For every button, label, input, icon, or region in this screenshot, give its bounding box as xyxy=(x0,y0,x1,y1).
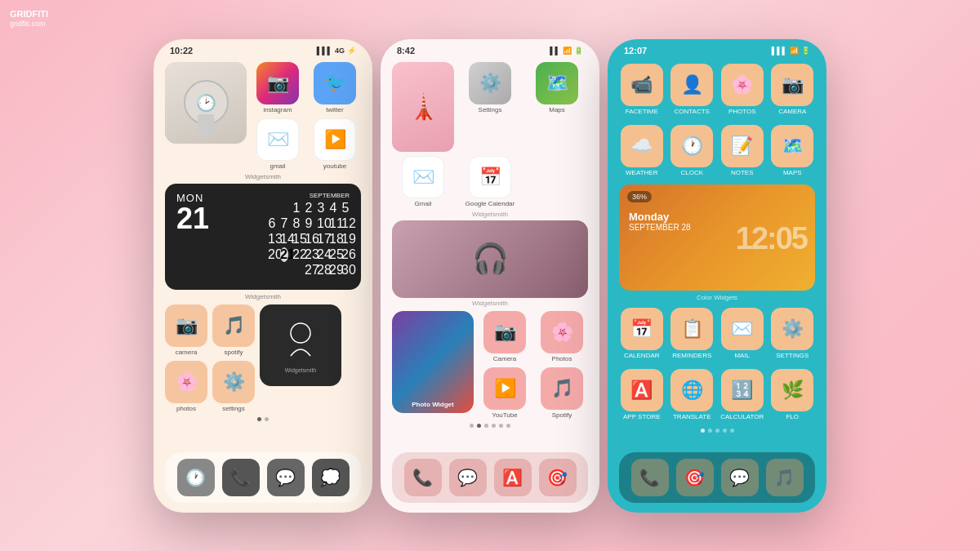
appstore-icon: 🅰️ xyxy=(621,369,663,411)
app-reminders[interactable]: 📋 REMINDERS xyxy=(670,308,715,359)
status-bar-2: 8:42 ▌▌ 📶 🔋 xyxy=(381,39,599,59)
app-gcal-2[interactable]: 📅 Google Calendar xyxy=(459,156,521,207)
app-translate[interactable]: 🌐 TRANSLATE xyxy=(670,369,715,420)
brand-site: gridfiti.com xyxy=(10,20,48,29)
maps-icon-3: 🗺️ xyxy=(771,125,813,167)
app-flo[interactable]: 🌿 FLO xyxy=(770,369,816,420)
bottom-grid-left: 📷 camera 🎵 spotify 🌸 photos ⚙️ settings xyxy=(165,304,255,412)
widget-time: 12:05 xyxy=(736,218,807,257)
dock-spotify-3[interactable]: 🎵 xyxy=(766,459,804,496)
dock-messages-1[interactable]: 💭 xyxy=(312,459,350,496)
app-camera-2[interactable]: 📷 Camera xyxy=(479,311,531,362)
mail-icon-3: ✉️ xyxy=(721,308,764,350)
app-youtube-2[interactable]: ▶️ YouTube xyxy=(479,367,531,419)
app-spotify-2[interactable]: 🎵 Spotify xyxy=(536,367,588,419)
cal-date: 21 xyxy=(176,204,209,233)
eiffel-widget: 🗼 xyxy=(392,62,454,152)
photos-icon-2: 🌸 xyxy=(541,311,583,353)
app-calculator[interactable]: 🔢 CALCULATOR xyxy=(719,369,765,420)
settings-icon-3: ⚙️ xyxy=(771,308,813,350)
widgetsmith-label-top: Widgetsmith xyxy=(154,173,372,180)
status-bar-3: 12:07 ▌▌▌ 📶 🔋 xyxy=(608,39,826,59)
spotify-icon-1: 🎵 xyxy=(212,304,255,347)
widgetsmith-label-2b: Widgetsmith xyxy=(381,300,599,307)
app-mail-3[interactable]: ✉️ MAIL xyxy=(719,308,765,359)
app-photos-3[interactable]: 🌸 PHOTOS xyxy=(719,64,765,115)
widget-badge: 36% xyxy=(627,191,652,202)
dock-clock-1[interactable]: 🕐 xyxy=(177,459,215,496)
app-camera-3[interactable]: 📷 CAMERA xyxy=(770,64,816,115)
settings-icon-1: ⚙️ xyxy=(212,361,255,403)
app-calendar-3[interactable]: 📅 CALENDAR xyxy=(619,308,665,359)
gcal-icon-2: 📅 xyxy=(469,156,511,198)
top-grid-2: ⚙️ Settings 🗺️ Maps 🗼 xyxy=(381,59,599,155)
app-facetime[interactable]: 📹 FACETIME xyxy=(619,64,665,115)
app-clock[interactable]: 🕐 CLOCK xyxy=(670,125,715,176)
twitter-icon: 🐦 xyxy=(314,62,356,104)
status-bar-1: 10:22 ▌▌▌ 4G ⚡ xyxy=(154,39,372,59)
gmail-label: gmail xyxy=(270,162,285,170)
sketch-svg xyxy=(276,317,325,366)
dock-messages-2[interactable]: 💬 xyxy=(449,459,487,496)
app-gmail-2[interactable]: ✉️ Gmail xyxy=(392,156,454,207)
app-settings-3[interactable]: ⚙️ SETTINGS xyxy=(770,308,816,359)
watermark: GRIDFITI gridfiti.com xyxy=(10,8,48,29)
app-appstore[interactable]: 🅰️ APP STORE xyxy=(619,369,665,420)
app-settings-1[interactable]: ⚙️ settings xyxy=(212,361,255,412)
brand-name: GRIDFITI xyxy=(10,8,48,20)
app-notes[interactable]: 📝 NOTES xyxy=(719,125,765,176)
sketch-label: Widgetsmith xyxy=(285,367,317,373)
dock-phone-3[interactable]: 📞 xyxy=(631,459,669,496)
mid-grid-2: ✉️ Gmail 📅 Google Calendar xyxy=(381,155,599,211)
app-instagram[interactable]: 📷 instagram xyxy=(252,62,304,113)
reminders-icon: 📋 xyxy=(670,308,713,350)
bottom-section-2: Photo Widget 📷 Camera 🌸 Photos ▶️ YouTub… xyxy=(381,309,599,420)
phones-container: 10:22 ▌▌▌ 4G ⚡ 🕑 📷 xyxy=(0,0,980,551)
app-maps-2[interactable]: 🗺️ Maps xyxy=(526,62,588,113)
phone-2: 8:42 ▌▌ 📶 🔋 ⚙️ Settings 🗺️ Maps 🗼 xyxy=(381,39,599,513)
app-maps-3[interactable]: 🗺️ MAPS xyxy=(770,125,816,176)
photo-widget-large-2: Photo Widget xyxy=(392,311,474,413)
cal-month: SEPTEMBER xyxy=(217,192,350,199)
app-twitter[interactable]: 🐦 twitter xyxy=(309,62,361,113)
app-spotify-1[interactable]: 🎵 spotify xyxy=(212,304,255,356)
app-contacts[interactable]: 👤 CONTACTS xyxy=(670,64,715,115)
anime-widget: 🎧 xyxy=(392,220,588,298)
weather-icon: ☁️ xyxy=(621,125,663,167)
app-grid-3-row1: 📹 FACETIME 👤 CONTACTS 🌸 PHOTOS 📷 CAMERA xyxy=(608,59,826,120)
camera-icon-3: 📷 xyxy=(771,64,813,106)
twitter-label: twitter xyxy=(326,106,343,113)
widgetsmith-label-2: Widgetsmith xyxy=(381,211,599,218)
photo-widget-1: 🕑 xyxy=(165,62,247,144)
bottom-right-grid-2: 📷 Camera 🌸 Photos ▶️ YouTube 🎵 Spotify xyxy=(479,311,588,419)
app-youtube[interactable]: ▶️ youtube xyxy=(309,118,361,170)
app-photos-1[interactable]: 🌸 photos xyxy=(165,361,207,412)
app-camera-1[interactable]: 📷 camera xyxy=(165,304,207,356)
dock-clock-2[interactable]: 🎯 xyxy=(539,459,577,496)
youtube-icon-2: ▶️ xyxy=(483,367,526,410)
dock-clock-3[interactable]: 🎯 xyxy=(676,459,714,496)
phone-1: 10:22 ▌▌▌ 4G ⚡ 🕑 📷 xyxy=(154,39,372,513)
dock-whatsapp-1[interactable]: 💬 xyxy=(267,459,305,496)
time-1: 10:22 xyxy=(170,46,193,56)
maps-icon-2: 🗺️ xyxy=(536,62,578,104)
photos-icon-1: 🌸 xyxy=(165,361,207,403)
dock-messages-3[interactable]: 💬 xyxy=(721,459,759,496)
svg-point-0 xyxy=(291,323,310,343)
app-photos-2[interactable]: 🌸 Photos xyxy=(536,311,588,362)
color-widget-3: 36% Monday SEPTEMBER 28 12:05 xyxy=(619,184,815,291)
app-settings-2[interactable]: ⚙️ Settings xyxy=(459,62,521,113)
app-grid-3-row4: 🅰️ APP STORE 🌐 TRANSLATE 🔢 CALCULATOR 🌿 … xyxy=(608,364,826,425)
color-widgets-brand: Color Widgets xyxy=(608,294,826,301)
dock-phone-1[interactable]: 📞 xyxy=(222,459,260,496)
spotify-icon-2: 🎵 xyxy=(541,367,583,410)
app-grid-3-row3: 📅 CALENDAR 📋 REMINDERS ✉️ MAIL ⚙️ SETTIN… xyxy=(608,303,826,364)
dock-appstore-2[interactable]: 🅰️ xyxy=(494,459,532,496)
contacts-icon: 👤 xyxy=(670,64,713,106)
app-weather[interactable]: ☁️ WEATHER xyxy=(619,125,665,176)
calendar-widget-1: MON 21 SEPTEMBER 12345 6789101112 131415… xyxy=(165,184,361,290)
notes-icon: 📝 xyxy=(721,125,764,167)
flo-icon: 🌿 xyxy=(771,369,813,411)
dock-phone-2[interactable]: 📞 xyxy=(404,459,442,496)
app-gmail[interactable]: ✉️ gmail xyxy=(252,118,304,170)
